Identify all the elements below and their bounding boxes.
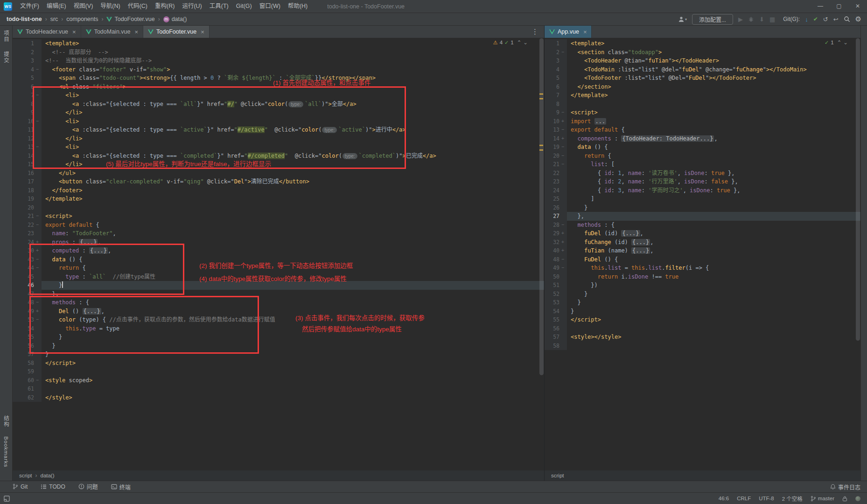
breadcrumb-item[interactable]: src [50, 16, 58, 22]
code-line-28[interactable]: 28− methods : { [545, 221, 860, 230]
tab-TodoMain.vue[interactable]: TodoMain.vue× [81, 26, 143, 38]
code-line-9[interactable]: 9−<script> [545, 108, 860, 117]
code-line-60[interactable]: 60−<style scoped> [13, 376, 544, 385]
code-line-46[interactable]: 46 } [13, 281, 544, 290]
tab-TodoFooter.vue[interactable]: TodoFooter.vue× [143, 26, 210, 38]
run-button[interactable]: ▶ [738, 16, 743, 23]
close-button[interactable]: ✕ [848, 0, 867, 13]
scrollbar[interactable] [538, 38, 544, 470]
breadcrumb-item[interactable]: mdata() [163, 16, 187, 22]
tab-close-icon[interactable]: × [583, 28, 587, 35]
fold-marker-icon[interactable]: − [34, 315, 41, 324]
fold-marker-icon[interactable]: − [559, 108, 566, 117]
code-line-9[interactable]: 9 </li> [13, 108, 544, 117]
code-line-17[interactable]: 17 <button class="clear-completed" v-if=… [13, 177, 544, 186]
caret-position[interactable]: 46:6 [719, 496, 729, 501]
inspections-widget[interactable]: ✓1 ⌃⌄ [821, 39, 853, 46]
code-line-3[interactable]: 3<!-- 当数组长度为0的时候隐藏底部--> [13, 56, 544, 65]
code-line-61[interactable]: 61 [13, 385, 544, 393]
code-line-58[interactable]: 58</script> [13, 359, 544, 368]
code-line-2[interactable]: 2− <section class="todoapp"> [545, 48, 860, 57]
code-line-3[interactable]: 3 <TodoHeader @tian="fuTian"></TodoHeade… [545, 56, 860, 65]
menu-item[interactable]: 帮助(H) [284, 0, 311, 13]
fold-marker-icon[interactable]: − [34, 91, 41, 100]
code-line-2[interactable]: 2 <!-- 底部部分 --> [13, 48, 544, 57]
scrollbar-thumb[interactable] [856, 38, 860, 341]
code-line-23[interactable]: 23 { id: 2, name: '行万里路', isDone: false … [545, 177, 860, 186]
fold-marker-icon[interactable]: − [559, 152, 566, 161]
menu-item[interactable]: 视图(V) [70, 0, 97, 13]
editor-app[interactable]: 1<template>2− <section class="todoapp">3… [545, 38, 860, 470]
code-line-15[interactable]: 15 </li> [13, 160, 544, 169]
code-line-8[interactable]: 8 <a :class="{selected : type === `all`}… [13, 100, 544, 109]
debug-button[interactable] [748, 16, 754, 22]
tab-close-icon[interactable]: × [134, 28, 138, 35]
code-line-55[interactable]: 55</script> [545, 315, 860, 324]
tab-App.vue[interactable]: App.vue× [545, 26, 592, 38]
file-encoding[interactable]: UTF-8 [759, 496, 774, 501]
breadcrumb-item[interactable]: TodoFooter.vue [106, 16, 154, 22]
breadcrumb-item[interactable]: todo-list-one [7, 16, 42, 22]
menu-item[interactable]: 重构(R) [151, 0, 178, 13]
code-line-21[interactable]: 21−<script> [13, 212, 544, 221]
tool-window-button-git[interactable]: Git [13, 483, 28, 490]
code-line-11[interactable]: 11 <a :class="{selected : type === `acti… [13, 126, 544, 134]
search-icon[interactable] [844, 16, 850, 22]
fold-marker-icon[interactable]: − [559, 221, 566, 230]
git-branch[interactable]: master [811, 496, 834, 502]
code-line-49[interactable]: 49− this.list = this.list.filter(i => { [545, 264, 860, 273]
code-line-55[interactable]: 55 } [13, 333, 544, 342]
inspections-widget[interactable]: ⚠4 ✓1 ⌃⌄ [490, 39, 533, 46]
menu-item[interactable]: 导航(N) [97, 0, 124, 13]
code-line-10[interactable]: 10+import ... [545, 117, 860, 126]
breadcrumb-item[interactable]: data() [40, 473, 54, 478]
tool-window-button-commit[interactable]: 提交 [2, 51, 10, 63]
code-line-30[interactable]: 30+ computed : {...}, [13, 246, 544, 255]
code-line-5[interactable]: 5 <TodoFooter :list="list" @Del="FuDel">… [545, 74, 860, 83]
tab-close-icon[interactable]: × [201, 28, 204, 35]
menu-item[interactable]: 文件(F) [16, 0, 43, 13]
settings-gear-icon[interactable]: ⚙ [855, 15, 861, 23]
fold-marker-icon[interactable]: + [34, 238, 41, 247]
fold-marker-icon[interactable]: − [34, 212, 41, 221]
code-line-22[interactable]: 22−export default { [13, 221, 544, 230]
code-line-22[interactable]: 22 { id: 1, name: '读万卷书', isDone: true }… [545, 169, 860, 178]
breadcrumb-item[interactable]: components [66, 16, 98, 22]
event-log-button[interactable]: 事件日志 [830, 483, 860, 491]
code-line-25[interactable]: 25 ] [545, 195, 860, 203]
code-line-56[interactable]: 56 } [13, 342, 544, 350]
fold-marker-icon[interactable]: + [559, 246, 566, 255]
lock-icon[interactable] [842, 495, 847, 501]
code-line-62[interactable]: 62</style> [13, 393, 544, 402]
code-line-19[interactable]: 19</template> [13, 195, 544, 203]
fold-marker-icon[interactable]: − [34, 117, 41, 126]
code-line-14[interactable]: 14+ components : {TodoHeader: TodoHeader… [545, 134, 860, 143]
code-line-13[interactable]: 13−export default { [545, 126, 860, 134]
code-line-1[interactable]: 1<template> [13, 39, 544, 48]
breadcrumb-item[interactable]: script [551, 473, 564, 478]
code-line-8[interactable]: 8 [545, 100, 860, 109]
code-line-4[interactable]: 4 <TodoMain :list="list" @del="fuDel" @c… [545, 65, 860, 74]
fold-marker-icon[interactable]: − [34, 65, 41, 74]
fold-marker-icon[interactable]: + [34, 246, 41, 255]
coverage-button[interactable]: ⬇ [759, 16, 764, 23]
git-history-button[interactable]: ↺ [823, 16, 828, 23]
fold-marker-icon[interactable]: − [34, 83, 41, 91]
menu-item[interactable]: 代码(C) [124, 0, 151, 13]
code-line-14[interactable]: 14 <a :class="{selected : type === `comp… [13, 152, 544, 161]
tab-close-icon[interactable]: × [72, 28, 76, 35]
code-line-20[interactable]: 20− return { [545, 152, 860, 161]
code-line-1[interactable]: 1<template> [545, 39, 860, 48]
fold-marker-icon[interactable]: + [559, 134, 566, 143]
code-line-7[interactable]: 7− <li> [13, 91, 544, 100]
code-line-44[interactable]: 44− return { [13, 264, 544, 273]
code-line-27[interactable]: 27 }, [545, 212, 860, 221]
code-line-18[interactable]: 18 </footer> [13, 186, 544, 195]
code-line-53[interactable]: 53 } [545, 298, 860, 307]
code-line-6[interactable]: 6 </section> [545, 83, 860, 91]
prev-next-icons[interactable]: ⌃⌄ [837, 39, 850, 46]
code-line-57[interactable]: 57} [13, 350, 544, 359]
tool-window-toggle-icon[interactable] [4, 495, 10, 501]
code-line-51[interactable]: 51 }) [545, 281, 860, 290]
profiler-button[interactable]: ▦ [769, 16, 775, 23]
